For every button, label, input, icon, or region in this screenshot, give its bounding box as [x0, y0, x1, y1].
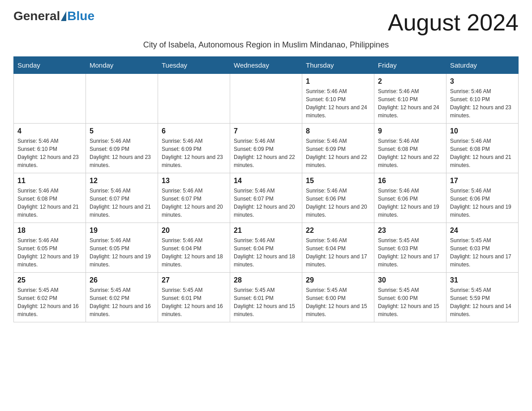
logo-triangle-icon	[61, 11, 66, 21]
month-title: August 2024	[388, 9, 519, 36]
header-tuesday: Tuesday	[158, 57, 230, 74]
table-row: 30Sunrise: 5:45 AMSunset: 6:00 PMDayligh…	[374, 273, 446, 322]
table-row: 20Sunrise: 5:46 AMSunset: 6:04 PMDayligh…	[158, 223, 230, 273]
day-info: Sunrise: 5:46 AMSunset: 6:09 PMDaylight:…	[162, 137, 226, 169]
calendar-week-row: 4Sunrise: 5:46 AMSunset: 6:10 PMDaylight…	[14, 124, 519, 173]
day-number: 4	[17, 127, 82, 135]
day-info: Sunrise: 5:46 AMSunset: 6:10 PMDaylight:…	[306, 87, 370, 120]
day-number: 19	[90, 227, 154, 235]
day-number: 15	[306, 177, 370, 185]
table-row: 28Sunrise: 5:45 AMSunset: 6:01 PMDayligh…	[230, 273, 302, 322]
day-info: Sunrise: 5:46 AMSunset: 6:08 PMDaylight:…	[450, 137, 515, 169]
day-number: 10	[450, 127, 515, 135]
table-row: 19Sunrise: 5:46 AMSunset: 6:05 PMDayligh…	[86, 223, 158, 273]
calendar-week-row: 11Sunrise: 5:46 AMSunset: 6:08 PMDayligh…	[14, 173, 519, 223]
day-number: 17	[450, 177, 515, 185]
table-row: 5Sunrise: 5:46 AMSunset: 6:09 PMDaylight…	[86, 124, 158, 173]
table-row: 15Sunrise: 5:46 AMSunset: 6:06 PMDayligh…	[302, 173, 374, 223]
logo-area: General Blue	[13, 9, 94, 23]
table-row: 22Sunrise: 5:46 AMSunset: 6:04 PMDayligh…	[302, 223, 374, 273]
calendar-table: Sunday Monday Tuesday Wednesday Thursday…	[13, 56, 519, 322]
table-row: 27Sunrise: 5:45 AMSunset: 6:01 PMDayligh…	[158, 273, 230, 322]
day-info: Sunrise: 5:46 AMSunset: 6:07 PMDaylight:…	[234, 187, 298, 219]
day-number: 25	[17, 276, 82, 284]
day-info: Sunrise: 5:45 AMSunset: 6:01 PMDaylight:…	[234, 286, 298, 318]
weekday-header-row: Sunday Monday Tuesday Wednesday Thursday…	[14, 57, 519, 74]
day-info: Sunrise: 5:45 AMSunset: 6:03 PMDaylight:…	[450, 236, 515, 269]
day-info: Sunrise: 5:46 AMSunset: 6:09 PMDaylight:…	[234, 137, 298, 169]
day-info: Sunrise: 5:46 AMSunset: 6:06 PMDaylight:…	[306, 187, 370, 219]
table-row: 26Sunrise: 5:45 AMSunset: 6:02 PMDayligh…	[86, 273, 158, 322]
table-row: 8Sunrise: 5:46 AMSunset: 6:09 PMDaylight…	[302, 124, 374, 173]
day-number: 26	[90, 276, 154, 284]
table-row: 21Sunrise: 5:46 AMSunset: 6:04 PMDayligh…	[230, 223, 302, 273]
day-info: Sunrise: 5:46 AMSunset: 6:09 PMDaylight:…	[306, 137, 370, 169]
day-number: 7	[234, 127, 298, 135]
header-friday: Friday	[374, 57, 446, 74]
header-saturday: Saturday	[446, 57, 519, 74]
table-row: 23Sunrise: 5:45 AMSunset: 6:03 PMDayligh…	[374, 223, 446, 273]
table-row: 14Sunrise: 5:46 AMSunset: 6:07 PMDayligh…	[230, 173, 302, 223]
day-number: 30	[378, 276, 442, 284]
header-sunday: Sunday	[14, 57, 86, 74]
day-number: 18	[17, 227, 82, 235]
table-row: 7Sunrise: 5:46 AMSunset: 6:09 PMDaylight…	[230, 124, 302, 173]
day-number: 29	[306, 276, 370, 284]
day-number: 27	[162, 276, 226, 284]
logo-blue-text: Blue	[67, 9, 94, 23]
day-info: Sunrise: 5:46 AMSunset: 6:10 PMDaylight:…	[17, 137, 82, 169]
table-row	[158, 74, 230, 124]
table-row: 31Sunrise: 5:45 AMSunset: 5:59 PMDayligh…	[446, 273, 519, 322]
table-row: 16Sunrise: 5:46 AMSunset: 6:06 PMDayligh…	[374, 173, 446, 223]
day-number: 11	[17, 177, 82, 185]
logo-general-text: General	[13, 9, 60, 23]
day-info: Sunrise: 5:45 AMSunset: 6:00 PMDaylight:…	[306, 286, 370, 318]
day-number: 13	[162, 177, 226, 185]
calendar-week-row: 18Sunrise: 5:46 AMSunset: 6:05 PMDayligh…	[14, 223, 519, 273]
table-row: 17Sunrise: 5:46 AMSunset: 6:06 PMDayligh…	[446, 173, 519, 223]
day-info: Sunrise: 5:46 AMSunset: 6:05 PMDaylight:…	[90, 236, 154, 269]
table-row: 11Sunrise: 5:46 AMSunset: 6:08 PMDayligh…	[14, 173, 86, 223]
header-wednesday: Wednesday	[230, 57, 302, 74]
table-row	[86, 74, 158, 124]
day-number: 31	[450, 276, 515, 284]
day-info: Sunrise: 5:46 AMSunset: 6:04 PMDaylight:…	[234, 236, 298, 269]
table-row: 1Sunrise: 5:46 AMSunset: 6:10 PMDaylight…	[302, 74, 374, 124]
day-info: Sunrise: 5:46 AMSunset: 6:07 PMDaylight:…	[90, 187, 154, 219]
day-info: Sunrise: 5:45 AMSunset: 5:59 PMDaylight:…	[450, 286, 515, 318]
table-row: 24Sunrise: 5:45 AMSunset: 6:03 PMDayligh…	[446, 223, 519, 273]
day-info: Sunrise: 5:46 AMSunset: 6:04 PMDaylight:…	[162, 236, 226, 269]
table-row: 9Sunrise: 5:46 AMSunset: 6:08 PMDaylight…	[374, 124, 446, 173]
table-row: 12Sunrise: 5:46 AMSunset: 6:07 PMDayligh…	[86, 173, 158, 223]
day-number: 20	[162, 227, 226, 235]
day-info: Sunrise: 5:45 AMSunset: 6:00 PMDaylight:…	[378, 286, 442, 318]
day-info: Sunrise: 5:46 AMSunset: 6:08 PMDaylight:…	[17, 187, 82, 219]
day-number: 5	[90, 127, 154, 135]
table-row: 25Sunrise: 5:45 AMSunset: 6:02 PMDayligh…	[14, 273, 86, 322]
day-info: Sunrise: 5:46 AMSunset: 6:09 PMDaylight:…	[90, 137, 154, 169]
day-number: 1	[306, 77, 370, 86]
day-info: Sunrise: 5:46 AMSunset: 6:05 PMDaylight:…	[17, 236, 82, 269]
day-info: Sunrise: 5:46 AMSunset: 6:06 PMDaylight:…	[378, 187, 442, 219]
day-number: 3	[450, 77, 515, 86]
table-row: 3Sunrise: 5:46 AMSunset: 6:10 PMDaylight…	[446, 74, 519, 124]
table-row: 6Sunrise: 5:46 AMSunset: 6:09 PMDaylight…	[158, 124, 230, 173]
header-thursday: Thursday	[302, 57, 374, 74]
day-number: 6	[162, 127, 226, 135]
calendar-week-row: 25Sunrise: 5:45 AMSunset: 6:02 PMDayligh…	[14, 273, 519, 322]
calendar-week-row: 1Sunrise: 5:46 AMSunset: 6:10 PMDaylight…	[14, 74, 519, 124]
day-info: Sunrise: 5:46 AMSunset: 6:04 PMDaylight:…	[306, 236, 370, 269]
table-row: 2Sunrise: 5:46 AMSunset: 6:10 PMDaylight…	[374, 74, 446, 124]
day-number: 24	[450, 227, 515, 235]
table-row: 10Sunrise: 5:46 AMSunset: 6:08 PMDayligh…	[446, 124, 519, 173]
day-info: Sunrise: 5:45 AMSunset: 6:03 PMDaylight:…	[378, 236, 442, 269]
header-area: General Blue August 2024	[13, 9, 519, 36]
table-row: 13Sunrise: 5:46 AMSunset: 6:07 PMDayligh…	[158, 173, 230, 223]
day-info: Sunrise: 5:46 AMSunset: 6:07 PMDaylight:…	[162, 187, 226, 219]
table-row: 4Sunrise: 5:46 AMSunset: 6:10 PMDaylight…	[14, 124, 86, 173]
day-info: Sunrise: 5:46 AMSunset: 6:08 PMDaylight:…	[378, 137, 442, 169]
calendar-subtitle: City of Isabela, Autonomous Region in Mu…	[13, 40, 519, 50]
table-row	[14, 74, 86, 124]
day-number: 12	[90, 177, 154, 185]
logo: General Blue	[13, 9, 94, 23]
